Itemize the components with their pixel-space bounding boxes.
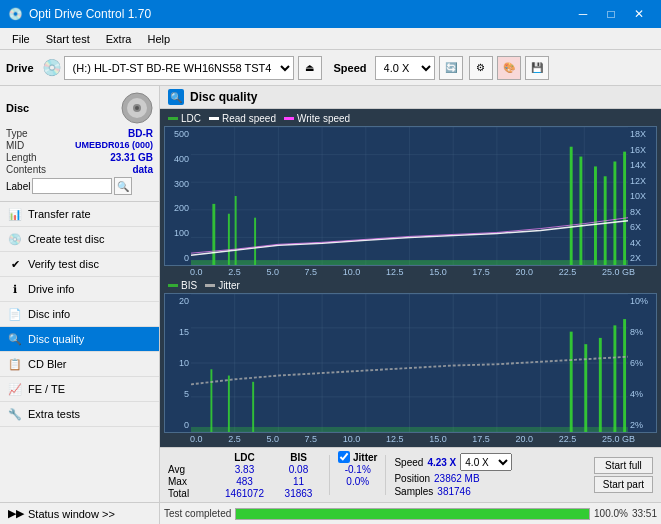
stats-divider1: [329, 455, 330, 495]
svg-rect-23: [570, 147, 573, 265]
speed-stat-select[interactable]: 4.0 X: [460, 453, 512, 471]
jitter-label: Jitter: [218, 280, 240, 291]
sidebar-item-label: Extra tests: [28, 408, 80, 420]
menu-file[interactable]: File: [4, 31, 38, 47]
settings-button[interactable]: ⚙: [469, 56, 493, 80]
total-jitter: [338, 488, 377, 499]
read-speed-color: [209, 117, 219, 120]
disc-contents-row: Contents data: [6, 164, 153, 175]
main-layout: Disc Type BD-R MID UMEBDR016 (000) Lengt…: [0, 86, 661, 524]
speed-stat-label: Speed: [394, 457, 423, 468]
disc-type-label: Type: [6, 128, 28, 139]
nav-items: 📊 Transfer rate 💿 Create test disc ✔ Ver…: [0, 202, 159, 502]
fe-te-icon: 📈: [8, 382, 22, 396]
samples-value: 381746: [437, 486, 470, 497]
sidebar-item-drive-info[interactable]: ℹ Drive info: [0, 277, 159, 302]
svg-rect-49: [599, 338, 602, 432]
title-bar-left: 💿 Opti Drive Control 1.70: [8, 7, 151, 21]
chart1-body: 500 400 300 200 100 0: [164, 126, 657, 266]
start-part-button[interactable]: Start part: [594, 476, 653, 493]
drive-icon: 💿: [42, 58, 62, 77]
charts-area: LDC Read speed Write speed: [160, 109, 661, 447]
chart1-container: LDC Read speed Write speed: [160, 109, 661, 278]
position-value: 23862 MB: [434, 473, 480, 484]
total-ldc: 1461072: [217, 488, 272, 499]
sidebar-item-label: Create test disc: [28, 233, 104, 245]
jitter-header-row: Jitter: [338, 451, 377, 463]
svg-rect-45: [228, 376, 230, 432]
sidebar-item-cd-bler[interactable]: 📋 CD Bler: [0, 352, 159, 377]
max-ldc: 483: [217, 476, 272, 487]
disc-quality-title: Disc quality: [190, 90, 257, 104]
minimize-button[interactable]: ─: [569, 4, 597, 24]
disc-label-button[interactable]: 🔍: [114, 177, 132, 195]
drive-label: Drive: [6, 62, 34, 74]
samples-row: Samples 381746: [394, 486, 512, 497]
maximize-button[interactable]: □: [597, 4, 625, 24]
title-bar: 💿 Opti Drive Control 1.70 ─ □ ✕: [0, 0, 661, 28]
stats-speed-col: Speed 4.23 X 4.0 X Position 23862 MB Sam…: [394, 453, 512, 497]
disc-panel: Disc Type BD-R MID UMEBDR016 (000) Lengt…: [0, 86, 159, 202]
jitter-checkbox[interactable]: [338, 451, 350, 463]
color-button[interactable]: 🎨: [497, 56, 521, 80]
sidebar-item-fe-te[interactable]: 📈 FE / TE: [0, 377, 159, 402]
speed-label: Speed: [334, 62, 367, 74]
sidebar-item-transfer-rate[interactable]: 📊 Transfer rate: [0, 202, 159, 227]
sidebar-item-label: Transfer rate: [28, 208, 91, 220]
sidebar-item-label: Verify test disc: [28, 258, 99, 270]
eject-button[interactable]: ⏏: [298, 56, 322, 80]
read-speed-label: Read speed: [222, 113, 276, 124]
disc-info-icon: 📄: [8, 307, 22, 321]
progress-bar-bg: [235, 508, 590, 520]
chart2-svg: [191, 294, 628, 432]
start-full-button[interactable]: Start full: [594, 457, 653, 474]
chart1-legend: LDC Read speed Write speed: [162, 111, 659, 126]
bis-color: [168, 284, 178, 287]
verify-test-disc-icon: ✔: [8, 257, 22, 271]
sidebar-item-label: CD Bler: [28, 358, 67, 370]
content-area: 🔍 Disc quality LDC Read speed: [160, 86, 661, 524]
disc-mid-row: MID UMEBDR016 (000): [6, 140, 153, 151]
samples-label: Samples: [394, 486, 433, 497]
write-speed-legend: Write speed: [284, 113, 350, 124]
chart2-x-axis: 0.0 2.5 5.0 7.5 10.0 12.5 15.0 17.5 20.0…: [162, 433, 659, 445]
sidebar-item-label: Drive info: [28, 283, 74, 295]
stats-bis-col: BIS 0.08 11 31863: [276, 452, 321, 499]
chart1-svg: [191, 127, 628, 265]
progress-percent: 100.0%: [594, 508, 628, 519]
svg-point-3: [135, 106, 139, 110]
svg-rect-20: [228, 214, 230, 265]
stats-jitter-col: Jitter -0.1% 0.0%: [338, 451, 377, 499]
sidebar-item-verify-test-disc[interactable]: ✔ Verify test disc: [0, 252, 159, 277]
status-window[interactable]: ▶▶ Status window >>: [0, 502, 159, 524]
save-button[interactable]: 💾: [525, 56, 549, 80]
svg-rect-50: [613, 325, 616, 432]
disc-label-input[interactable]: [32, 178, 112, 194]
disc-mid-value: UMEBDR016 (000): [75, 140, 153, 151]
speed-select[interactable]: 4.0 X: [375, 56, 435, 80]
stats-bar: Avg Max Total LDC 3.83 483 1461072 BIS 0…: [160, 447, 661, 502]
menu-help[interactable]: Help: [139, 31, 178, 47]
sidebar-item-label: Disc info: [28, 308, 70, 320]
close-button[interactable]: ✕: [625, 4, 653, 24]
refresh-button[interactable]: 🔄: [439, 56, 463, 80]
svg-rect-29: [191, 260, 628, 265]
menu-extra[interactable]: Extra: [98, 31, 140, 47]
title-bar-controls: ─ □ ✕: [569, 4, 653, 24]
sidebar-item-label: FE / TE: [28, 383, 65, 395]
avg-bis: 0.08: [276, 464, 321, 475]
disc-mid-label: MID: [6, 140, 24, 151]
svg-rect-47: [570, 332, 573, 432]
sidebar-item-create-test-disc[interactable]: 💿 Create test disc: [0, 227, 159, 252]
sidebar-item-disc-info[interactable]: 📄 Disc info: [0, 302, 159, 327]
drive-select[interactable]: (H:) HL-DT-ST BD-RE WH16NS58 TST4: [64, 56, 294, 80]
speed-row: Speed 4.23 X 4.0 X: [394, 453, 512, 471]
chart2-container: BIS Jitter 20 15 10 5 0: [160, 278, 661, 447]
jitter-col-header: Jitter: [353, 452, 377, 463]
svg-rect-27: [613, 162, 616, 266]
menu-start-test[interactable]: Start test: [38, 31, 98, 47]
sidebar-item-extra-tests[interactable]: 🔧 Extra tests: [0, 402, 159, 427]
sidebar-item-disc-quality[interactable]: 🔍 Disc quality: [0, 327, 159, 352]
position-label: Position: [394, 473, 430, 484]
ldc-col-header: LDC: [217, 452, 272, 463]
